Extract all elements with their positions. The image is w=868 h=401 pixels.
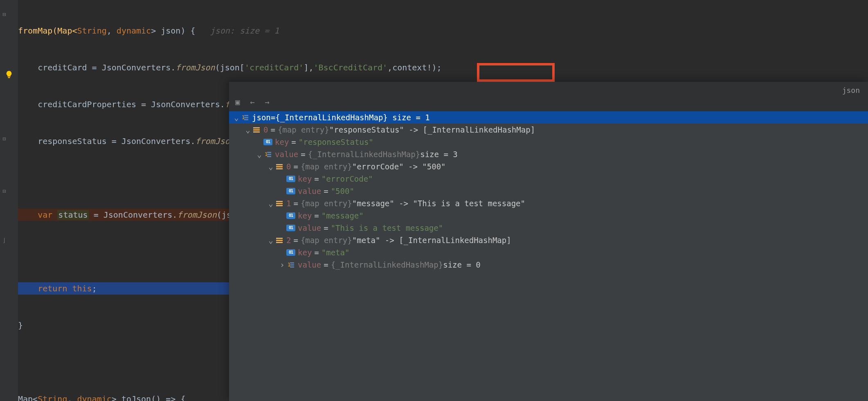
- tree-text: =: [314, 246, 319, 259]
- list-icon: [275, 200, 284, 207]
- tree-text: value: [298, 185, 321, 197]
- map-icon: 1: [286, 261, 295, 268]
- svg-rect-3: [244, 119, 248, 120]
- tree-row[interactable]: ⌄2 = {map entry} "meta" -> [_InternalLin…: [229, 234, 868, 246]
- chevron-down-icon[interactable]: ⌄: [244, 124, 252, 136]
- list-icon: [252, 126, 261, 133]
- chevron-down-icon[interactable]: ⌄: [255, 148, 263, 160]
- obj-icon: 01: [286, 176, 295, 182]
- tree-row[interactable]: ⌄0 = {map entry} "responseStatus" -> [_I…: [229, 124, 868, 136]
- tree-text: key: [298, 246, 312, 259]
- svg-rect-23: [290, 266, 294, 268]
- tree-text: 0: [263, 124, 268, 136]
- tree-text: "message" -> "This is a test message": [352, 197, 525, 210]
- chevron-down-icon[interactable]: ⌄: [267, 160, 275, 173]
- tree-row[interactable]: ⌄1 = {map entry} "message" -> "This is a…: [229, 197, 868, 210]
- tree-text: json: [252, 111, 271, 124]
- lightbulb-icon[interactable]: [5, 70, 13, 78]
- fold-icon[interactable]: ⊟: [2, 8, 8, 14]
- forward-icon[interactable]: →: [263, 96, 272, 108]
- code-text: fromMap(Map<String, dynamic> json) { jso…: [18, 26, 279, 36]
- svg-rect-6: [253, 131, 260, 133]
- tree-row[interactable]: ⌄1json = {_InternalLinkedHashMap} size =…: [229, 111, 868, 124]
- tree-row[interactable]: 01key = "responseStatus": [229, 136, 868, 148]
- tree-row[interactable]: ⌄1value = {_InternalLinkedHashMap} size …: [229, 148, 868, 160]
- tree-text: =: [293, 197, 298, 210]
- tree-row[interactable]: ›1value = {_InternalLinkedHashMap} size …: [229, 259, 868, 271]
- tree-row[interactable]: 01key = "message": [229, 210, 868, 222]
- tree-text: {map entry}: [301, 197, 352, 210]
- tree-text: 2: [286, 234, 291, 246]
- obj-icon: 01: [286, 188, 295, 194]
- tree-text: "This is a test message": [331, 222, 443, 234]
- tree-text: =: [324, 185, 328, 197]
- tree-text: "500": [331, 185, 354, 197]
- tree-text: =: [271, 111, 275, 124]
- tree-text: {_InternalLinkedHashMap}: [308, 148, 421, 160]
- debug-inspector: json ▣ ← → ⌄1json = {_InternalLinkedHash…: [229, 82, 868, 401]
- tree-text: =: [293, 234, 298, 246]
- tree-row[interactable]: ⌄0 = {map entry} "errorCode" -> "500": [229, 160, 868, 173]
- obj-icon: 01: [286, 225, 295, 231]
- svg-rect-14: [276, 201, 283, 202]
- svg-rect-17: [276, 238, 283, 239]
- tree-text: =: [293, 160, 298, 173]
- fold-icon[interactable]: ⊟: [2, 185, 8, 191]
- tree-text: "responseStatus" -> [_InternalLinkedHash…: [329, 124, 535, 136]
- chevron-down-icon[interactable]: ⌄: [232, 111, 241, 124]
- debug-tree[interactable]: ⌄1json = {_InternalLinkedHashMap} size =…: [229, 111, 868, 271]
- svg-rect-5: [253, 129, 260, 131]
- tree-text: =: [324, 222, 328, 234]
- svg-rect-9: [267, 154, 271, 155]
- svg-rect-15: [276, 203, 283, 204]
- tree-text: =: [270, 124, 275, 136]
- tree-text: key: [298, 210, 312, 222]
- svg-rect-13: [276, 168, 283, 169]
- tree-row[interactable]: 01key = "errorCode": [229, 173, 868, 185]
- tree-text: "responseStatus": [299, 136, 373, 148]
- chevron-right-icon[interactable]: ›: [278, 259, 286, 271]
- debug-variable-name: json: [842, 84, 860, 97]
- console-icon[interactable]: ▣: [233, 96, 242, 108]
- tree-text: {_InternalLinkedHashMap} size = 1: [275, 111, 430, 124]
- tree-text: =: [314, 173, 319, 185]
- editor-gutter: ⊟ ⊟ ⊟ ⌋: [0, 0, 18, 401]
- tree-text: =: [301, 148, 305, 160]
- tree-text: "errorCode" -> "500": [352, 160, 446, 173]
- tree-text: =: [291, 136, 296, 148]
- tree-text: size = 3: [420, 148, 458, 160]
- tree-text: "meta": [322, 246, 350, 259]
- list-icon: [275, 237, 284, 244]
- chevron-down-icon[interactable]: ⌄: [267, 197, 275, 210]
- tree-text: "errorCode": [322, 173, 373, 185]
- svg-rect-12: [276, 166, 283, 167]
- tree-text: "meta" -> [_InternalLinkedHashMap]: [352, 234, 511, 246]
- tree-row[interactable]: 01value = "This is a test message": [229, 222, 868, 234]
- tree-row[interactable]: 01value = "500": [229, 185, 868, 197]
- svg-rect-22: [290, 264, 294, 266]
- tree-text: value: [275, 148, 298, 160]
- svg-rect-10: [267, 156, 271, 157]
- selected-line[interactable]: return this;: [18, 282, 247, 295]
- highlighted-variable: status: [57, 210, 88, 220]
- tree-text: key: [275, 136, 289, 148]
- chevron-down-icon[interactable]: ⌄: [267, 234, 275, 246]
- tree-text: value: [298, 222, 321, 234]
- tree-text: key: [298, 173, 312, 185]
- tree-text: =: [314, 210, 319, 222]
- tree-row[interactable]: 01key = "meta": [229, 246, 868, 259]
- fold-end-icon[interactable]: ⌋: [2, 234, 8, 240]
- svg-rect-8: [267, 152, 271, 153]
- back-icon[interactable]: ←: [248, 96, 257, 108]
- tree-text: value: [298, 259, 321, 271]
- map-icon: 1: [241, 114, 250, 121]
- tree-text: {map entry}: [301, 160, 352, 173]
- svg-rect-1: [244, 115, 248, 116]
- svg-rect-19: [276, 242, 283, 243]
- debug-header: json ▣ ← →: [229, 82, 868, 111]
- svg-rect-21: [290, 262, 294, 264]
- fold-icon[interactable]: ⊟: [2, 133, 8, 138]
- tree-text: "message": [322, 210, 364, 222]
- svg-rect-16: [276, 205, 283, 206]
- obj-icon: 01: [263, 139, 272, 145]
